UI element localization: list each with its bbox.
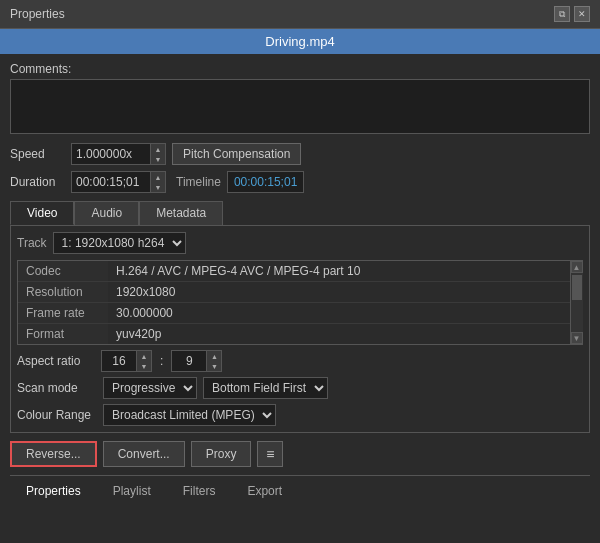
duration-spinbox-wrapper: 00:00:15;01 ▲ ▼ (71, 171, 166, 193)
filename-bar: Driving.mp4 (0, 29, 600, 54)
title-bar: Properties ⧉ ✕ (0, 0, 600, 29)
aspect-ratio-label: Aspect ratio (17, 354, 97, 368)
tab-metadata[interactable]: Metadata (139, 201, 223, 225)
aspect-width-input[interactable] (101, 350, 137, 372)
reverse-button[interactable]: Reverse... (10, 441, 97, 467)
scroll-down-button[interactable]: ▼ (571, 332, 583, 344)
info-table-wrapper: Codec H.264 / AVC / MPEG-4 AVC / MPEG-4 … (17, 260, 583, 345)
menu-button[interactable]: ≡ (257, 441, 283, 467)
duration-value: 00:00:15;01 (71, 171, 151, 193)
scan-mode-label: Scan mode (17, 381, 97, 395)
bottom-tab-export[interactable]: Export (231, 480, 298, 502)
duration-down-arrow[interactable]: ▼ (151, 182, 165, 192)
tab-video[interactable]: Video (10, 201, 74, 225)
aspect-width-wrapper: ▲ ▼ (101, 350, 152, 372)
comments-input[interactable] (10, 79, 590, 134)
info-content: Codec H.264 / AVC / MPEG-4 AVC / MPEG-4 … (18, 261, 570, 344)
aspect-width-arrows: ▲ ▼ (137, 350, 152, 372)
aspect-height-arrows: ▲ ▼ (207, 350, 222, 372)
speed-label: Speed (10, 147, 65, 161)
window-title: Properties (10, 7, 65, 21)
scan-mode-select[interactable]: ProgressiveInterlaced (103, 377, 197, 399)
action-buttons: Reverse... Convert... Proxy ≡ (10, 441, 590, 467)
properties-panel: Track 1: 1920x1080 h264 Codec H.264 / AV… (10, 225, 590, 433)
aspect-height-input[interactable] (171, 350, 207, 372)
table-row: Codec H.264 / AVC / MPEG-4 AVC / MPEG-4 … (18, 261, 570, 282)
aspect-height-wrapper: ▲ ▼ (171, 350, 222, 372)
speed-up-arrow[interactable]: ▲ (151, 144, 165, 154)
aspect-ratio-row: Aspect ratio ▲ ▼ : ▲ ▼ (17, 350, 583, 372)
speed-spinbox-wrapper: 1.000000 x ▲ ▼ (71, 143, 166, 165)
scan-mode-row: Scan mode ProgressiveInterlaced Bottom F… (17, 377, 583, 399)
track-select[interactable]: 1: 1920x1080 h264 (53, 232, 186, 254)
speed-arrows: ▲ ▼ (151, 143, 166, 165)
bottom-tab-properties[interactable]: Properties (10, 480, 97, 502)
filename-label: Driving.mp4 (265, 34, 334, 49)
convert-button[interactable]: Convert... (103, 441, 185, 467)
main-content: Comments: Speed 1.000000 x ▲ ▼ Pitch Com… (0, 54, 600, 510)
duration-up-arrow[interactable]: ▲ (151, 172, 165, 182)
timeline-label: Timeline (176, 175, 221, 189)
duration-label: Duration (10, 175, 65, 189)
close-button[interactable]: ✕ (574, 6, 590, 22)
timeline-value: 00:00:15;01 (227, 171, 304, 193)
speed-row: Speed 1.000000 x ▲ ▼ Pitch Compensation (10, 143, 590, 165)
comments-label: Comments: (10, 62, 590, 76)
title-bar-buttons: ⧉ ✕ (554, 6, 590, 22)
table-row: Format yuv420p (18, 324, 570, 344)
bottom-tab-filters[interactable]: Filters (167, 480, 232, 502)
track-label: Track (17, 236, 47, 250)
colour-range-label: Colour Range (17, 408, 97, 422)
main-tabs-row: Video Audio Metadata (10, 201, 590, 225)
duration-row: Duration 00:00:15;01 ▲ ▼ Timeline 00:00:… (10, 171, 590, 193)
bottom-field-select[interactable]: Bottom Field FirstTop Field First (203, 377, 328, 399)
speed-value: 1.000000 x (71, 143, 151, 165)
table-row: Resolution 1920x1080 (18, 282, 570, 303)
bottom-tabs: Properties Playlist Filters Export (10, 475, 590, 502)
pitch-compensation-button[interactable]: Pitch Compensation (172, 143, 301, 165)
duration-arrows: ▲ ▼ (151, 171, 166, 193)
colour-range-select[interactable]: Broadcast Limited (MPEG)Full Range (103, 404, 276, 426)
scroll-thumb (572, 275, 582, 300)
tab-audio[interactable]: Audio (74, 201, 139, 225)
speed-down-arrow[interactable]: ▼ (151, 154, 165, 164)
colour-range-row: Colour Range Broadcast Limited (MPEG)Ful… (17, 404, 583, 426)
aspect-height-down[interactable]: ▼ (207, 361, 221, 371)
restore-button[interactable]: ⧉ (554, 6, 570, 22)
scroll-up-button[interactable]: ▲ (571, 261, 583, 273)
proxy-button[interactable]: Proxy (191, 441, 252, 467)
aspect-width-down[interactable]: ▼ (137, 361, 151, 371)
track-row: Track 1: 1920x1080 h264 (17, 232, 583, 254)
scrollbar: ▲ ▼ (570, 261, 582, 344)
bottom-tab-playlist[interactable]: Playlist (97, 480, 167, 502)
scroll-track (571, 273, 583, 332)
aspect-height-up[interactable]: ▲ (207, 351, 221, 361)
aspect-width-up[interactable]: ▲ (137, 351, 151, 361)
aspect-colon: : (156, 354, 167, 368)
table-row: Frame rate 30.000000 (18, 303, 570, 324)
